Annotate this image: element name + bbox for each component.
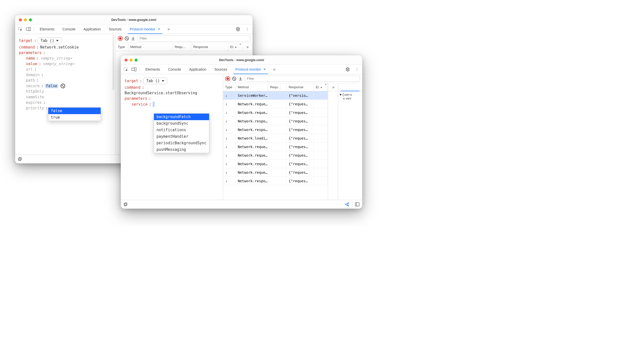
table-row[interactable]: ↓Network.respo…{"reques… <box>223 117 328 125</box>
table-row[interactable]: ↓Network.reque…{"reques… <box>223 151 328 160</box>
param-secure[interactable]: secure <box>26 84 39 88</box>
maximize-icon[interactable] <box>29 18 32 21</box>
tab-application[interactable]: Application <box>186 65 210 74</box>
autocomplete-item[interactable]: paymentHandler <box>154 133 209 140</box>
table-row[interactable]: ↓Network.reque…{"reques… <box>223 160 328 168</box>
send-icon[interactable] <box>345 202 350 207</box>
param-path[interactable]: path <box>26 78 35 83</box>
clear-value-icon[interactable] <box>61 84 65 88</box>
param-service[interactable]: service <box>132 102 147 107</box>
param-service-input[interactable] <box>153 102 154 107</box>
target-select[interactable]: Tab () <box>143 78 167 84</box>
tree-child[interactable]: ▸ver <box>340 97 361 100</box>
toggle-pane-icon[interactable] <box>355 202 360 206</box>
close-icon[interactable] <box>19 18 22 21</box>
tab-sources[interactable]: Sources <box>105 24 125 34</box>
tab-elements[interactable]: Elements <box>36 24 58 34</box>
param-url[interactable]: url <box>26 67 33 72</box>
device-toolbar-icon[interactable] <box>131 66 138 73</box>
autocomplete-item[interactable]: backgroundFetch <box>154 114 209 120</box>
col-request[interactable]: Requ… <box>173 43 191 51</box>
tree-root[interactable]: ▼{vers <box>340 93 361 97</box>
close-tab-icon[interactable]: × <box>264 67 266 72</box>
autocomplete-item[interactable]: pushMessaging <box>154 146 209 153</box>
param-samesite[interactable]: sameSite <box>26 95 44 99</box>
tab-application[interactable]: Application <box>80 24 104 34</box>
table-row[interactable]: ↓ServiceWorker…{"versio… <box>223 91 328 100</box>
target-select[interactable]: Tab () <box>38 37 61 44</box>
param-name[interactable]: name <box>26 56 35 61</box>
filter-input[interactable] <box>137 35 250 41</box>
kebab-menu-icon[interactable]: ⋮ <box>353 67 361 71</box>
scrollbar-thumb[interactable] <box>112 35 114 90</box>
tab-sources[interactable]: Sources <box>211 65 231 74</box>
clear-log-icon[interactable] <box>125 36 129 40</box>
target-key: target <box>125 79 138 83</box>
col-elapsed[interactable]: El.▲ <box>314 83 328 91</box>
col-elapsed[interactable]: El.▲ <box>228 43 242 51</box>
tab-elements[interactable]: Elements <box>142 65 164 74</box>
param-secure-value[interactable]: false <box>45 84 58 88</box>
close-icon[interactable] <box>125 59 128 62</box>
tab-protocol-monitor[interactable]: Protocol monitor × <box>232 65 269 74</box>
download-icon[interactable] <box>131 36 135 41</box>
more-tabs-icon[interactable]: » <box>165 26 172 33</box>
col-request[interactable]: Requ… <box>268 83 287 91</box>
col-response[interactable]: Response <box>287 83 314 91</box>
col-method[interactable]: Method <box>236 83 268 91</box>
param-httponly[interactable]: httpOnly <box>26 89 44 94</box>
more-columns-icon[interactable]: » <box>242 43 252 51</box>
settings-icon[interactable] <box>345 67 352 72</box>
record-icon[interactable] <box>225 76 230 81</box>
maximize-icon[interactable] <box>135 59 138 62</box>
clear-log-icon[interactable] <box>232 77 236 81</box>
download-icon[interactable] <box>238 76 243 81</box>
copy-icon[interactable] <box>124 202 128 206</box>
col-type[interactable]: Type <box>116 43 128 51</box>
close-tab-icon[interactable]: × <box>158 27 160 31</box>
tab-console[interactable]: Console <box>59 24 79 34</box>
minimize-icon[interactable] <box>24 18 27 21</box>
col-response[interactable]: Response <box>191 43 228 51</box>
autocomplete-item[interactable]: true <box>48 114 101 121</box>
table-row[interactable]: ↓Network.respo…{"reques… <box>223 125 328 134</box>
param-value[interactable]: value <box>26 62 37 66</box>
table-row[interactable]: ↓Network.loadi…{"reques… <box>223 134 328 143</box>
record-icon[interactable] <box>118 36 123 41</box>
more-columns-icon[interactable]: » <box>328 83 338 91</box>
table-row[interactable]: ↓Network.reque…{"reques… <box>223 143 328 151</box>
table-row[interactable]: ↓Network.respo…{"reques… <box>223 177 328 185</box>
kebab-menu-icon[interactable]: ⋮ <box>244 27 251 31</box>
autocomplete-item[interactable]: periodicBackgroundSync <box>154 140 209 146</box>
table-row[interactable]: ↓Network.reque…{"reques… <box>223 108 328 117</box>
command-value[interactable]: BackgroundService.startObserving <box>125 91 197 95</box>
param-domain[interactable]: domain <box>26 73 39 77</box>
tab-console[interactable]: Console <box>165 65 184 74</box>
filter-input[interactable] <box>245 76 360 82</box>
cell-elapsed <box>314 108 328 117</box>
inspect-element-icon[interactable] <box>123 66 130 73</box>
copy-icon[interactable] <box>18 157 22 161</box>
device-toolbar-icon[interactable] <box>25 26 32 33</box>
arrow-down-icon: ↓ <box>225 93 228 98</box>
tab-protocol-monitor[interactable]: Protocol monitor × <box>126 24 164 34</box>
param-priority[interactable]: priority <box>26 106 44 110</box>
table-row[interactable]: ↓Network.reque…{"reques… <box>223 168 328 177</box>
cell-elapsed <box>314 134 328 142</box>
traffic-lights <box>125 59 138 62</box>
autocomplete-item[interactable]: notifications <box>154 127 209 133</box>
col-method[interactable]: Method <box>128 43 173 51</box>
minimize-icon[interactable] <box>130 59 133 62</box>
devtools-window-2: DevTools - www.google.com/ Elements Cons… <box>121 55 362 209</box>
command-value[interactable]: Network.setCookie <box>40 45 79 50</box>
col-type[interactable]: Type <box>223 83 236 91</box>
autocomplete-item[interactable]: false <box>48 108 101 114</box>
table-row[interactable]: ↓Network.reque…{"reques… <box>223 100 328 108</box>
detail-tab[interactable] <box>338 83 362 91</box>
autocomplete-item[interactable]: backgroundSync <box>154 120 209 127</box>
inspect-element-icon[interactable] <box>17 26 24 33</box>
more-tabs-icon[interactable]: » <box>270 66 277 73</box>
param-expires[interactable]: expires <box>26 100 42 105</box>
parameters-key: parameters <box>19 51 42 55</box>
settings-icon[interactable] <box>236 27 243 31</box>
